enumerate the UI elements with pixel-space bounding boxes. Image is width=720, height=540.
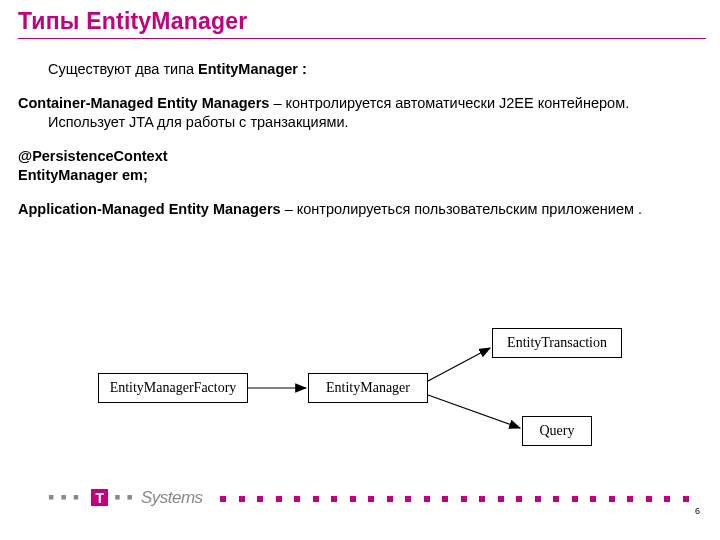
- footer: ▪▪▪ T ▪▪ Systems 6: [0, 478, 720, 518]
- annotation-line2: EntityManager em;: [18, 166, 702, 186]
- cm-bold: Container-Managed Entity Managers: [18, 95, 269, 111]
- diagram-box-emf: EntityManagerFactory: [98, 373, 248, 403]
- intro-para: Существуют два типа EntityManager :: [18, 60, 702, 80]
- cm-para: Container-Managed Entity Managers – конт…: [18, 94, 702, 133]
- am-bold: Application-Managed Entity Managers: [18, 201, 281, 217]
- diagram-box-et: EntityTransaction: [492, 328, 622, 358]
- annotation-line1: @PersistenceContext: [18, 147, 702, 167]
- title-underline: [18, 38, 706, 39]
- diagram: EntityManagerFactory EntityManager Entit…: [18, 318, 658, 468]
- svg-line-1: [428, 348, 490, 381]
- logo-word: Systems: [141, 488, 203, 508]
- diagram-box-q: Query: [522, 416, 592, 446]
- logo-dots-left-icon: ▪▪▪: [48, 487, 85, 508]
- am-para: Application-Managed Entity Managers – ко…: [18, 200, 702, 220]
- am-rest: – контролируеться пользовательским прило…: [281, 201, 642, 217]
- page-number: 6: [695, 506, 700, 516]
- svg-line-2: [428, 395, 520, 428]
- logo: ▪▪▪ T ▪▪ Systems: [48, 487, 203, 508]
- intro-prefix: Существуют два типа: [48, 61, 198, 77]
- logo-dots-mid-icon: ▪▪: [114, 487, 139, 508]
- diagram-box-em: EntityManager: [308, 373, 428, 403]
- body-text: Существуют два типа EntityManager : Cont…: [18, 60, 702, 233]
- footer-dots-icon: [220, 496, 690, 502]
- slide-title: Типы EntityManager: [18, 8, 247, 35]
- intro-bold: EntityManager :: [198, 61, 307, 77]
- logo-t-square-icon: T: [91, 489, 108, 506]
